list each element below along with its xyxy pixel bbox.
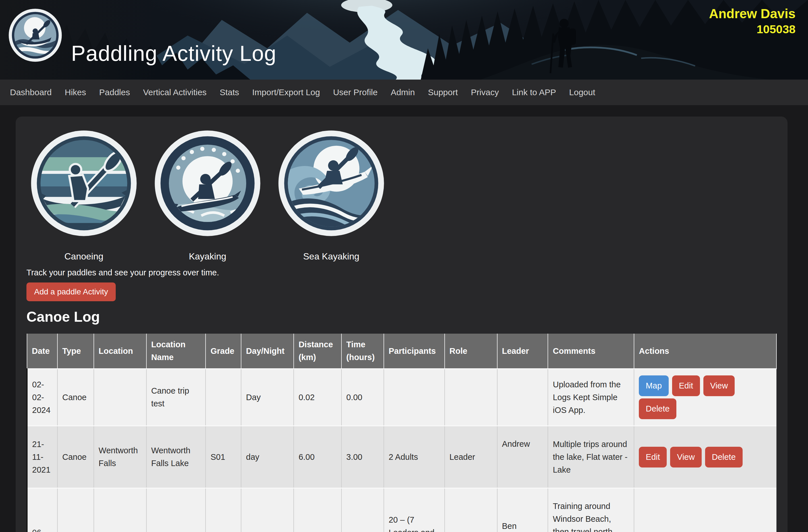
table-row: 21-11-2021CanoeWentworth FallsWentworth …	[27, 426, 776, 488]
cell-day_night: Day	[241, 369, 294, 426]
cell-leader: Andrew	[497, 426, 548, 488]
activity-kayaking[interactable]: Kayaking	[153, 129, 262, 262]
cell-location	[94, 488, 146, 532]
cell-role	[445, 369, 497, 426]
canoe-log-heading: Canoe Log	[26, 309, 777, 325]
cell-leader	[497, 369, 548, 426]
table-body: 02-02-2024CanoeCanoe trip testDay0.020.0…	[27, 369, 776, 532]
cell-time: 0.00	[342, 369, 384, 426]
cell-comments: Uploaded from the Logs Kept Simple iOS A…	[548, 369, 634, 426]
cell-grade	[205, 369, 241, 426]
nav-item-admin[interactable]: Admin	[384, 88, 421, 97]
cell-distance	[294, 488, 342, 532]
cell-time	[342, 488, 384, 532]
cell-date: 06-	[27, 488, 57, 532]
cell-type: Canoe	[57, 426, 94, 488]
table-header: DateTypeLocationLocation NameGradeDay/Ni…	[27, 334, 776, 369]
canoe-log-table: DateTypeLocationLocation NameGradeDay/Ni…	[26, 334, 777, 532]
activity-sea-kayaking[interactable]: Sea Kayaking	[276, 129, 386, 262]
nav-item-hikes[interactable]: Hikes	[58, 88, 93, 97]
cell-location_name: Canoe trip test	[146, 369, 206, 426]
nav-item-vertical-activities[interactable]: Vertical Activities	[136, 88, 213, 97]
nav-item-link-to-app[interactable]: Link to APP	[506, 88, 563, 97]
cell-distance: 0.02	[294, 369, 342, 426]
column-header-time-hours: Time (hours)	[342, 334, 384, 369]
activity-label: Kayaking	[189, 251, 226, 262]
cell-participants	[384, 369, 445, 426]
app-logo-icon	[8, 8, 63, 63]
column-header-distance-km: Distance (km)	[294, 334, 342, 369]
cell-comments: Training around Windsor Beach, then trav…	[548, 488, 634, 532]
main-nav: DashboardHikesPaddlesVertical Activities…	[0, 80, 808, 105]
view-button[interactable]: View	[703, 375, 735, 396]
column-header-date: Date	[27, 334, 57, 369]
canoeing-icon	[29, 129, 139, 238]
column-header-participants: Participants	[384, 334, 445, 369]
nav-item-user-profile[interactable]: User Profile	[326, 88, 384, 97]
content-panel: Canoeing	[16, 116, 788, 532]
edit-button[interactable]: Edit	[639, 447, 667, 468]
delete-button[interactable]: Delete	[639, 398, 676, 419]
edit-button[interactable]: Edit	[672, 375, 700, 396]
column-header-type: Type	[57, 334, 94, 369]
cell-location_name	[146, 488, 206, 532]
cell-comments: Multiple trips around the lake, Flat wat…	[548, 426, 634, 488]
user-id: 105038	[709, 22, 795, 37]
column-header-role: Role	[445, 334, 497, 369]
cell-actions	[634, 488, 776, 532]
activity-icon-row: Canoeing	[29, 129, 777, 262]
banner-scene-image	[0, 0, 808, 80]
user-info: Andrew Davis 105038	[709, 6, 795, 37]
delete-button[interactable]: Delete	[705, 447, 742, 468]
nav-item-stats[interactable]: Stats	[213, 88, 246, 97]
table-row: 06-20 – (7 Leaders andBenTraining around…	[27, 488, 776, 532]
cell-location_name: Wentworth Falls Lake	[146, 426, 206, 488]
cell-time: 3.00	[342, 426, 384, 488]
column-header-actions: Actions	[634, 334, 776, 369]
cell-participants: 20 – (7 Leaders and	[384, 488, 445, 532]
cell-day_night: day	[241, 426, 294, 488]
cell-actions: MapEditViewDelete	[634, 369, 776, 426]
header-banner: Paddling Activity Log Andrew Davis 10503…	[0, 0, 808, 80]
page-title: Paddling Activity Log	[71, 41, 276, 65]
app-logo	[8, 8, 63, 63]
view-button[interactable]: View	[670, 447, 701, 468]
cell-role	[445, 488, 497, 532]
table-row: 02-02-2024CanoeCanoe trip testDay0.020.0…	[27, 369, 776, 426]
cell-role: Leader	[445, 426, 497, 488]
nav-item-paddles[interactable]: Paddles	[93, 88, 136, 97]
cell-distance: 6.00	[294, 426, 342, 488]
column-header-comments: Comments	[548, 334, 634, 369]
cell-grade: S01	[205, 426, 241, 488]
tagline: Track your paddles and see your progress…	[26, 268, 777, 278]
column-header-grade: Grade	[205, 334, 241, 369]
column-header-location: Location	[94, 334, 146, 369]
cell-type	[57, 488, 94, 532]
cell-date: 21-11-2021	[27, 426, 57, 488]
nav-item-dashboard[interactable]: Dashboard	[3, 88, 58, 97]
activity-label: Canoeing	[65, 251, 104, 262]
cell-grade	[205, 488, 241, 532]
nav-item-logout[interactable]: Logout	[563, 88, 602, 97]
nav-item-support[interactable]: Support	[421, 88, 464, 97]
cell-location: Wentworth Falls	[94, 426, 146, 488]
activity-canoeing[interactable]: Canoeing	[29, 129, 139, 262]
kayaking-icon	[153, 129, 262, 238]
cell-participants: 2 Adults	[384, 426, 445, 488]
activity-label: Sea Kayaking	[303, 251, 359, 262]
nav-item-privacy[interactable]: Privacy	[464, 88, 505, 97]
user-name: Andrew Davis	[709, 6, 795, 22]
add-paddle-activity-button[interactable]: Add a paddle Activity	[26, 283, 116, 301]
cell-day_night	[241, 488, 294, 532]
column-header-location-name: Location Name	[146, 334, 206, 369]
cell-location	[94, 369, 146, 426]
sea-kayaking-icon	[276, 129, 386, 238]
map-button[interactable]: Map	[639, 375, 668, 396]
cell-type: Canoe	[57, 369, 94, 426]
cell-leader: Ben	[497, 488, 548, 532]
column-header-day-night: Day/Night	[241, 334, 294, 369]
nav-item-import-export-log[interactable]: Import/Export Log	[246, 88, 326, 97]
column-header-leader: Leader	[497, 334, 548, 369]
cell-actions: EditViewDelete	[634, 426, 776, 488]
cell-date: 02-02-2024	[27, 369, 57, 426]
